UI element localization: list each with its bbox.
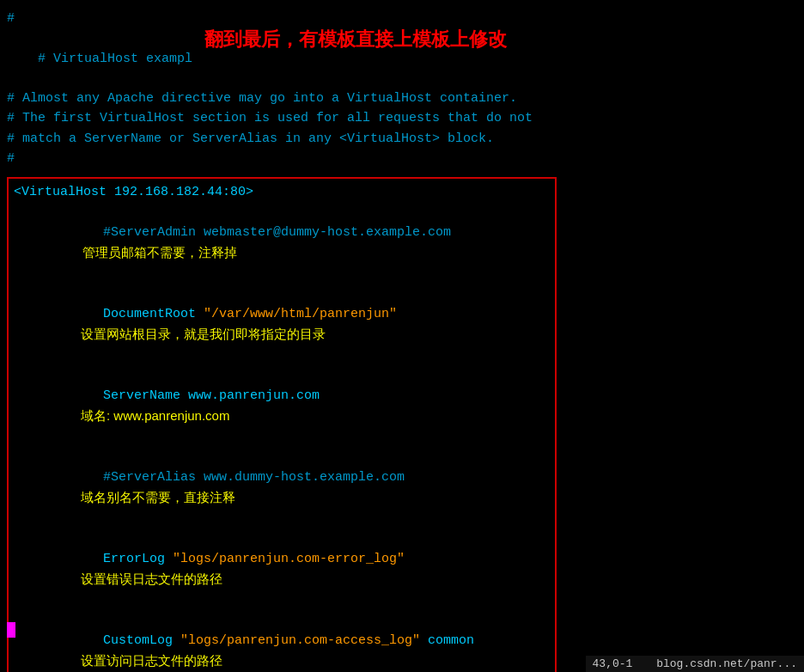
line-first: # The first VirtualHost section is used …	[7, 108, 797, 128]
cursor	[7, 622, 15, 638]
vhost1-open: <VirtualHost 192.168.182.44:80>	[14, 182, 550, 202]
vhost-block-1: <VirtualHost 192.168.182.44:80> #ServerA…	[7, 177, 557, 672]
line-almost: # Almost any Apache directive may go int…	[7, 89, 797, 108]
title-annotation: 翻到最后，有模板直接上模板上修改	[204, 25, 507, 54]
vhost1-docroot: DocumentRoot "/var/www/html/panrenjun" 设…	[14, 284, 550, 365]
line-match: # match a ServerName or ServerAlias in a…	[7, 129, 797, 149]
line-vhost-example: # VirtualHost exampl翻到最后，有模板直接上模板上修改	[7, 28, 797, 89]
vhost1-customlog: CustomLog "logs/panrenjun.com-access_log…	[14, 610, 550, 672]
vhost1-errorlog: ErrorLog "logs/panrenjun.com-error_log" …	[14, 528, 550, 610]
terminal: # # VirtualHost exampl翻到最后，有模板直接上模板上修改 #…	[0, 0, 804, 672]
vhost1-serveralias: #ServerAlias www.dummy-host.example.com …	[14, 447, 550, 528]
line-hash2: #	[7, 149, 797, 168]
vhost1-server-admin: #ServerAdmin webmaster@dummy-host.exampl…	[14, 202, 550, 284]
vhost1-servername: ServerName www.panrenjun.com 域名: www.pan…	[14, 365, 550, 447]
statusbar: 43,0-1 blog.csdn.net/panr...	[586, 656, 804, 672]
